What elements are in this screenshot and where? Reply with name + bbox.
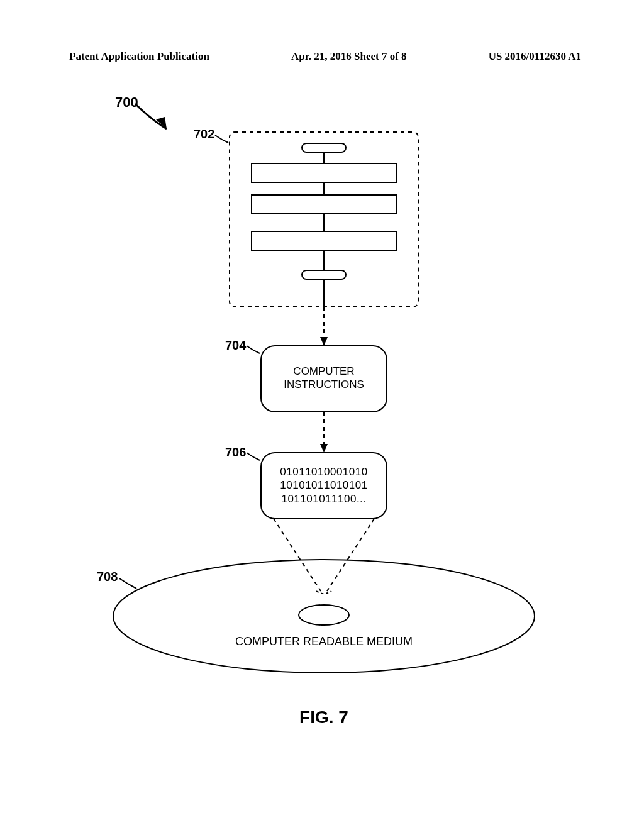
box-706-text: 01011010001010 10101011010101 1011010111… [261, 465, 387, 506]
svg-rect-6 [252, 195, 396, 214]
header-left: Patent Application Publication [69, 50, 209, 63]
label-702: 702 [194, 127, 214, 141]
label-704: 704 [225, 338, 246, 353]
svg-rect-4 [252, 163, 396, 182]
disc-text: COMPUTER READABLE MEDIUM [176, 635, 472, 648]
svg-rect-10 [302, 270, 346, 279]
figure-svg [50, 69, 597, 761]
svg-point-20 [113, 560, 535, 673]
svg-line-19 [327, 519, 374, 591]
box-704-line2: INSTRUCTIONS [261, 378, 387, 391]
figure-caption: FIG. 7 [50, 707, 597, 728]
svg-point-21 [299, 605, 349, 625]
svg-rect-2 [302, 143, 346, 152]
svg-line-18 [274, 519, 321, 591]
svg-marker-13 [320, 337, 328, 346]
svg-marker-16 [320, 444, 328, 453]
box-706-line2: 10101011010101 [261, 479, 387, 492]
box-706-line1: 01011010001010 [261, 465, 387, 479]
header-center: Apr. 21, 2016 Sheet 7 of 8 [209, 50, 489, 63]
figure-area: 700 702 704 706 708 COMPUTER INSTRUCTION… [50, 69, 597, 761]
box-704-line1: COMPUTER [261, 365, 387, 378]
svg-rect-8 [252, 231, 396, 250]
page-header: Patent Application Publication Apr. 21, … [69, 50, 581, 63]
box-706-line3: 101101011100... [261, 492, 387, 506]
label-708: 708 [97, 570, 118, 584]
label-706: 706 [225, 445, 246, 460]
label-700: 700 [115, 94, 138, 111]
box-704-text: COMPUTER INSTRUCTIONS [261, 365, 387, 392]
header-right: US 2016/0112630 A1 [489, 50, 581, 63]
